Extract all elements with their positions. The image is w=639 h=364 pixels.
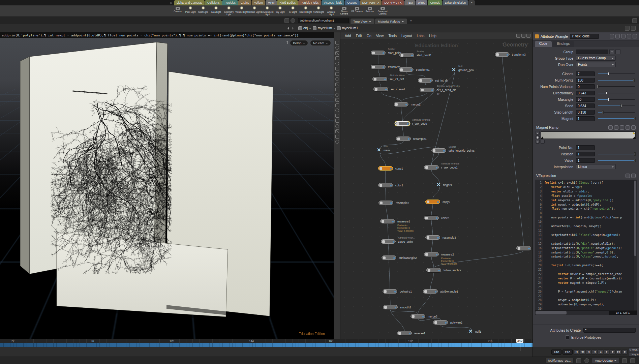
display-flag-icon[interactable] [383,52,384,54]
shelf-tab-mpm[interactable]: MPM [266,0,277,5]
shelf-tool-sky-light[interactable]: Sky Light [274,5,286,17]
shelf-tab-particles[interactable]: Particles [222,0,238,5]
node-copy1[interactable]: copy1 [378,166,393,171]
num-points-slider[interactable] [598,78,635,83]
settings-icon[interactable] [335,140,339,144]
rotate-tool-icon[interactable] [335,56,339,60]
grid-icon[interactable] [631,125,636,130]
menu-icon[interactable] [631,174,636,178]
shelf-tab-wires[interactable]: Wires [416,0,428,5]
position-field[interactable]: 1 [576,152,595,156]
node-follow-anchor[interactable]: follow_anchor [426,268,441,272]
slider-handle[interactable] [634,152,636,156]
node-merge3[interactable]: merge3 [410,314,425,318]
run-over-select[interactable]: Points [576,62,616,67]
display-flag-icon[interactable] [408,138,409,140]
slider-handle[interactable] [602,111,604,114]
view-tool-icon[interactable] [335,41,339,44]
lighting-toggle-icon[interactable] [335,93,339,97]
tab-bindings[interactable]: Bindings [552,41,574,47]
network-menu-edit[interactable]: Edit [354,33,364,38]
shelf-tab-vellum[interactable]: Vellum [252,0,265,5]
display-flag-icon[interactable] [393,257,395,259]
display-flag-icon[interactable] [384,79,386,80]
node-resample3[interactable]: resample3 [425,235,440,240]
link-icon[interactable] [516,34,520,38]
scale-tool-icon[interactable] [335,62,339,65]
playbar[interactable] [0,343,532,347]
num-points-variance-field[interactable]: 0 [576,84,595,89]
num-points-field[interactable]: 150 [576,78,595,83]
display-flag-icon[interactable] [390,168,392,170]
editor-horizontal-scrollbar[interactable] [535,311,609,315]
status-help-icon[interactable] [630,358,635,363]
node-r-vex-code[interactable]: r_vex_codeAttribute Wrangle [395,121,410,126]
previous-frame-button[interactable]: ◀| [586,350,591,355]
ramp-presets-icon[interactable] [536,140,540,144]
tab-code[interactable]: Code [535,41,552,47]
slider-handle[interactable] [608,98,609,101]
keys-info-button[interactable]: 0 keys, 0/0 channels [629,347,639,352]
range-end-field[interactable]: 240 [562,350,573,355]
slider-handle[interactable] [597,85,599,88]
shelf-tab-dop-pyro-fx[interactable]: DOP Pyro FX [382,0,404,5]
slider-handle[interactable] [633,79,635,82]
render-view-icon[interactable] [335,109,339,112]
node-attribwrangle2[interactable]: attribwrangle2 [382,255,396,260]
status-memory-icon[interactable] [622,358,627,363]
network-menu-add[interactable]: Add [342,33,354,38]
shelf-tab-collisions[interactable]: Collisions [205,0,222,5]
next-frame-button[interactable]: |▶ [610,350,615,355]
slider-handle[interactable] [606,91,607,95]
jump-to-start-button[interactable]: |◀ [574,350,579,355]
shelf-tool-stereo-camera[interactable]: Stereo Camera [338,5,351,17]
key-all-channels-button[interactable]: Key All Channels [629,352,639,357]
directionality-slider[interactable] [598,91,635,95]
view-menu[interactable]: Persp [290,40,308,46]
shelf-tool-distant-light[interactable]: Distant Light [248,5,261,17]
flipbook-icon[interactable] [335,124,339,128]
pane-path-field[interactable]: /obj/mycelium/mycelium1 [298,18,348,23]
pin-icon[interactable] [627,34,631,38]
ramp-end-marker[interactable] [633,136,636,139]
point-no-field[interactable]: 1 [576,145,595,150]
ramp-collapse-icon[interactable] [536,131,540,135]
shelf-tool-volume-light[interactable]: Volume Light [235,5,248,17]
display-flag-icon[interactable] [436,217,437,219]
handles-tool-icon[interactable] [335,67,339,70]
shelf-tool-vr-camera[interactable]: VR Camera [351,5,363,17]
display-flag-icon[interactable] [437,201,439,203]
group-select-arrow-icon[interactable] [615,49,620,54]
current-path-chip[interactable]: /obj/fungus_go... [545,358,574,363]
back-icon[interactable] [284,18,289,23]
breadcrumb-item-obj[interactable]: obj [297,26,309,31]
breadcrumb-item-mycelium[interactable]: mycelium [311,26,334,31]
crosshair-icon[interactable] [291,18,295,23]
shelf-tool-gamepad-camera[interactable]: Gamepad Camera [376,5,389,17]
translate-tool-icon[interactable] [335,51,339,55]
shelf-tool-geometry-light[interactable]: Geometry Light [222,5,235,17]
viewport-layout-icon[interactable] [335,129,339,133]
node-fingers[interactable]: fingers [436,183,443,188]
ramp-options-icon[interactable] [541,140,545,144]
node-reverse1[interactable]: reverse1 [397,331,412,335]
step-length-field[interactable]: 0.138 [576,110,595,115]
display-flag-icon[interactable] [438,270,440,271]
lock-icon[interactable] [285,42,288,44]
node-set-int-dir[interactable]: set_int_dir [418,78,433,83]
node-carve-anim[interactable]: carve_animAttribute Wran... [381,239,396,244]
display-flag-icon[interactable] [407,123,408,125]
editor-code[interactable]: for(int c=0; c<chi('Clones');c++){ vecto… [543,180,637,315]
new-shelf-tab-button[interactable]: + [468,0,475,5]
play-button[interactable]: ▶ [604,350,609,355]
network-canvas[interactable]: Education Edition Geometry start_pointSc… [340,39,532,339]
slider-handle[interactable] [620,104,622,108]
plus-icon[interactable] [614,125,618,130]
node-take-knuckle-points[interactable]: take_knuckle_pointsScatter [431,148,446,153]
pencil-icon[interactable] [608,125,613,130]
camera-menu[interactable]: No cam [310,40,331,46]
update-mode-select[interactable]: Auto Update [592,358,619,363]
gear-icon[interactable] [610,34,614,38]
swap-icon[interactable] [620,125,624,130]
expand-icon[interactable] [626,174,630,178]
